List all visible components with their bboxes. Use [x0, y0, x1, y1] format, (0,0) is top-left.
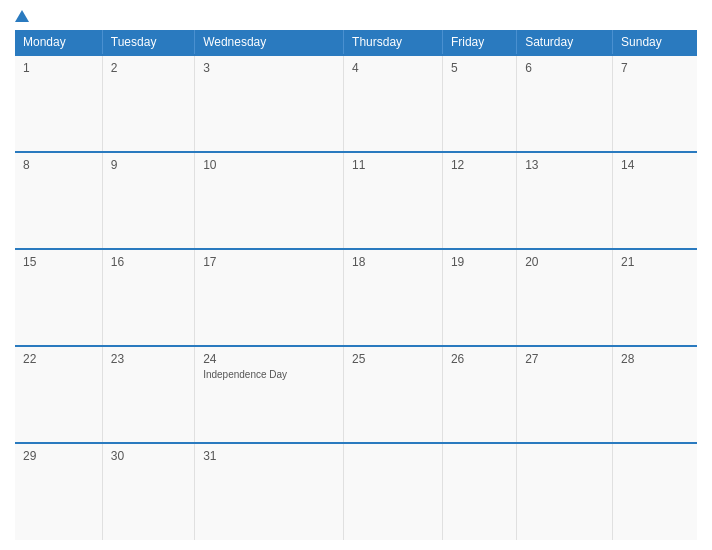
- day-number: 29: [23, 449, 94, 463]
- day-number: 9: [111, 158, 186, 172]
- day-number: 10: [203, 158, 335, 172]
- calendar-cell: 29: [15, 443, 102, 540]
- day-number: 11: [352, 158, 434, 172]
- weekday-header-tuesday: Tuesday: [102, 30, 194, 55]
- calendar-cell: 4: [344, 55, 443, 152]
- calendar-header: [15, 10, 697, 22]
- calendar-cell: 23: [102, 346, 194, 443]
- logo-triangle-icon: [15, 10, 29, 22]
- day-number: 17: [203, 255, 335, 269]
- day-number: 20: [525, 255, 604, 269]
- weekday-header-monday: Monday: [15, 30, 102, 55]
- weekday-header-saturday: Saturday: [517, 30, 613, 55]
- week-row-5: 293031: [15, 443, 697, 540]
- calendar-cell: 11: [344, 152, 443, 249]
- calendar-cell: 2: [102, 55, 194, 152]
- calendar-cell: [442, 443, 516, 540]
- calendar-cell: 30: [102, 443, 194, 540]
- logo: [15, 10, 32, 22]
- day-number: 7: [621, 61, 689, 75]
- day-number: 18: [352, 255, 434, 269]
- calendar-cell: 13: [517, 152, 613, 249]
- day-number: 31: [203, 449, 335, 463]
- day-number: 5: [451, 61, 508, 75]
- calendar-cell: 28: [613, 346, 697, 443]
- calendar-cell: 22: [15, 346, 102, 443]
- day-number: 16: [111, 255, 186, 269]
- weekday-header-friday: Friday: [442, 30, 516, 55]
- day-number: 6: [525, 61, 604, 75]
- week-row-1: 1234567: [15, 55, 697, 152]
- calendar-cell: 5: [442, 55, 516, 152]
- week-row-4: 222324Independence Day25262728: [15, 346, 697, 443]
- day-number: 30: [111, 449, 186, 463]
- calendar-cell: 7: [613, 55, 697, 152]
- day-number: 12: [451, 158, 508, 172]
- calendar-cell: 10: [195, 152, 344, 249]
- week-row-2: 891011121314: [15, 152, 697, 249]
- calendar-cell: 27: [517, 346, 613, 443]
- weekday-header-sunday: Sunday: [613, 30, 697, 55]
- day-number: 21: [621, 255, 689, 269]
- day-number: 24: [203, 352, 335, 366]
- calendar-cell: 26: [442, 346, 516, 443]
- calendar-cell: 3: [195, 55, 344, 152]
- day-number: 27: [525, 352, 604, 366]
- weekday-header-thursday: Thursday: [344, 30, 443, 55]
- day-number: 15: [23, 255, 94, 269]
- event-label: Independence Day: [203, 369, 335, 380]
- calendar-cell: [517, 443, 613, 540]
- day-number: 19: [451, 255, 508, 269]
- calendar-cell: 6: [517, 55, 613, 152]
- day-number: 25: [352, 352, 434, 366]
- day-number: 4: [352, 61, 434, 75]
- calendar-cell: 17: [195, 249, 344, 346]
- day-number: 23: [111, 352, 186, 366]
- day-number: 3: [203, 61, 335, 75]
- weekday-header-row: MondayTuesdayWednesdayThursdayFridaySatu…: [15, 30, 697, 55]
- calendar-cell: 12: [442, 152, 516, 249]
- calendar-cell: [613, 443, 697, 540]
- calendar-cell: 25: [344, 346, 443, 443]
- calendar-cell: 15: [15, 249, 102, 346]
- calendar-cell: 9: [102, 152, 194, 249]
- calendar-cell: 31: [195, 443, 344, 540]
- calendar-cell: 18: [344, 249, 443, 346]
- week-row-3: 15161718192021: [15, 249, 697, 346]
- calendar-cell: 24Independence Day: [195, 346, 344, 443]
- calendar-cell: 19: [442, 249, 516, 346]
- day-number: 28: [621, 352, 689, 366]
- calendar-cell: 1: [15, 55, 102, 152]
- day-number: 22: [23, 352, 94, 366]
- calendar-cell: 20: [517, 249, 613, 346]
- calendar-cell: 16: [102, 249, 194, 346]
- weekday-header-wednesday: Wednesday: [195, 30, 344, 55]
- calendar-table: MondayTuesdayWednesdayThursdayFridaySatu…: [15, 30, 697, 540]
- day-number: 1: [23, 61, 94, 75]
- calendar-cell: 21: [613, 249, 697, 346]
- day-number: 14: [621, 158, 689, 172]
- calendar-cell: [344, 443, 443, 540]
- day-number: 13: [525, 158, 604, 172]
- logo-blue-text: [15, 10, 32, 22]
- day-number: 2: [111, 61, 186, 75]
- calendar-cell: 8: [15, 152, 102, 249]
- day-number: 26: [451, 352, 508, 366]
- calendar-cell: 14: [613, 152, 697, 249]
- day-number: 8: [23, 158, 94, 172]
